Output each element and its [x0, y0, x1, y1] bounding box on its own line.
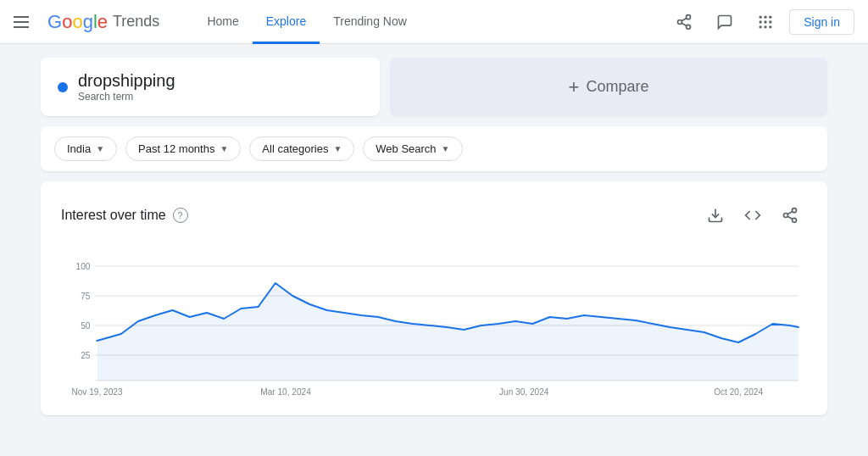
svg-point-10 — [769, 20, 771, 23]
svg-point-11 — [760, 25, 762, 28]
svg-text:Oct 20, 2024: Oct 20, 2024 — [714, 387, 763, 397]
svg-line-19 — [787, 211, 793, 214]
svg-point-7 — [769, 15, 771, 18]
chevron-down-icon: ▼ — [96, 144, 104, 153]
main-content: dropshipping Search term + Compare India… — [0, 44, 868, 429]
filter-time[interactable]: Past 12 months ▼ — [125, 136, 241, 161]
interest-over-time-chart: 100 75 50 25 Nov 19, 2023 Mar 10, 2024 J… — [61, 249, 807, 402]
svg-point-15 — [793, 209, 797, 213]
search-term-type: Search term — [78, 91, 175, 103]
nav-explore[interactable]: Explore — [253, 1, 320, 44]
chevron-down-icon: ▼ — [442, 144, 450, 153]
chart-area: 100 75 50 25 Nov 19, 2023 Mar 10, 2024 J… — [61, 249, 807, 402]
chart-title-group: Interest over time ? — [61, 208, 188, 223]
svg-text:100: 100 — [76, 262, 91, 271]
svg-text:Nov 19, 2023: Nov 19, 2023 — [71, 387, 123, 397]
search-term-value: dropshipping — [78, 71, 175, 91]
svg-point-6 — [765, 15, 767, 18]
main-nav: Home Explore Trending Now — [193, 0, 420, 43]
svg-line-4 — [682, 18, 687, 20]
search-term-card: dropshipping Search term — [41, 58, 380, 116]
feedback-button[interactable] — [708, 5, 742, 39]
search-term-dot — [58, 82, 68, 92]
search-term-text: dropshipping Search term — [78, 71, 175, 103]
chart-actions — [698, 198, 807, 232]
svg-point-17 — [793, 218, 797, 222]
svg-point-2 — [687, 25, 691, 29]
chevron-down-icon: ▼ — [333, 144, 342, 153]
header-actions: Sign in — [667, 5, 854, 39]
svg-point-8 — [760, 20, 762, 23]
svg-point-5 — [760, 15, 762, 18]
svg-point-16 — [784, 214, 788, 218]
share-button[interactable] — [667, 5, 701, 39]
svg-point-1 — [678, 19, 682, 24]
svg-point-12 — [765, 25, 767, 28]
svg-point-9 — [765, 20, 767, 23]
svg-point-13 — [769, 25, 771, 28]
chevron-down-icon: ▼ — [220, 144, 228, 153]
svg-text:Jun 30, 2024: Jun 30, 2024 — [499, 387, 549, 397]
nav-home[interactable]: Home — [193, 1, 252, 44]
share-chart-button[interactable] — [773, 198, 807, 232]
filter-category[interactable]: All categories ▼ — [249, 136, 354, 161]
svg-text:Mar 10, 2024: Mar 10, 2024 — [260, 387, 311, 397]
help-icon[interactable]: ? — [173, 208, 188, 223]
chart-section: Interest over time ? — [41, 181, 827, 415]
compare-plus-icon: + — [569, 76, 580, 98]
filters-section: India ▼ Past 12 months ▼ All categories … — [41, 126, 827, 171]
svg-text:25: 25 — [81, 351, 91, 360]
apps-button[interactable] — [748, 5, 782, 39]
svg-line-3 — [682, 23, 687, 25]
nav-trending-now[interactable]: Trending Now — [320, 1, 420, 44]
embed-button[interactable] — [736, 198, 770, 232]
svg-text:75: 75 — [81, 292, 91, 301]
chart-header: Interest over time ? — [61, 198, 807, 232]
download-button[interactable] — [698, 198, 732, 232]
compare-card[interactable]: + Compare — [390, 58, 827, 116]
chart-title: Interest over time — [61, 208, 166, 223]
compare-label: Compare — [586, 78, 648, 96]
svg-line-18 — [787, 216, 793, 219]
menu-icon[interactable] — [14, 12, 34, 32]
filter-search-type[interactable]: Web Search ▼ — [363, 136, 462, 161]
filter-country[interactable]: India ▼ — [54, 136, 117, 161]
sign-in-button[interactable]: Sign in — [789, 9, 854, 35]
header: Google Trends Home Explore Trending Now — [0, 0, 868, 44]
search-section: dropshipping Search term + Compare — [41, 58, 827, 116]
svg-point-0 — [687, 14, 691, 19]
google-trends-logo[interactable]: Google Trends — [47, 11, 159, 33]
svg-text:50: 50 — [81, 321, 91, 331]
